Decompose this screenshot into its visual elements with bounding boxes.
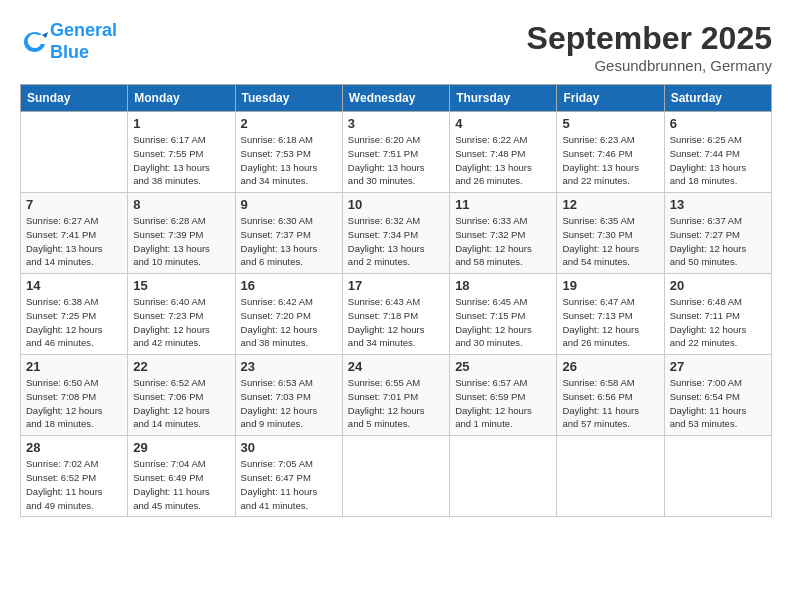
title-block: September 2025 Gesundbrunnen, Germany [527, 20, 772, 74]
day-number: 27 [670, 359, 766, 374]
day-info: Sunrise: 6:55 AM Sunset: 7:01 PM Dayligh… [348, 376, 444, 431]
week-row-2: 7Sunrise: 6:27 AM Sunset: 7:41 PM Daylig… [21, 193, 772, 274]
day-info: Sunrise: 6:18 AM Sunset: 7:53 PM Dayligh… [241, 133, 337, 188]
week-row-5: 28Sunrise: 7:02 AM Sunset: 6:52 PM Dayli… [21, 436, 772, 517]
week-row-1: 1Sunrise: 6:17 AM Sunset: 7:55 PM Daylig… [21, 112, 772, 193]
day-info: Sunrise: 6:25 AM Sunset: 7:44 PM Dayligh… [670, 133, 766, 188]
weekday-header-saturday: Saturday [664, 85, 771, 112]
calendar-cell: 30Sunrise: 7:05 AM Sunset: 6:47 PM Dayli… [235, 436, 342, 517]
day-info: Sunrise: 6:37 AM Sunset: 7:27 PM Dayligh… [670, 214, 766, 269]
day-number: 13 [670, 197, 766, 212]
day-info: Sunrise: 7:05 AM Sunset: 6:47 PM Dayligh… [241, 457, 337, 512]
page-header: General Blue September 2025 Gesundbrunne… [20, 20, 772, 74]
day-info: Sunrise: 6:47 AM Sunset: 7:13 PM Dayligh… [562, 295, 658, 350]
day-number: 28 [26, 440, 122, 455]
day-info: Sunrise: 6:42 AM Sunset: 7:20 PM Dayligh… [241, 295, 337, 350]
calendar-cell: 3Sunrise: 6:20 AM Sunset: 7:51 PM Daylig… [342, 112, 449, 193]
day-number: 15 [133, 278, 229, 293]
day-number: 7 [26, 197, 122, 212]
weekday-header-sunday: Sunday [21, 85, 128, 112]
day-number: 5 [562, 116, 658, 131]
day-number: 3 [348, 116, 444, 131]
day-info: Sunrise: 6:43 AM Sunset: 7:18 PM Dayligh… [348, 295, 444, 350]
day-info: Sunrise: 6:20 AM Sunset: 7:51 PM Dayligh… [348, 133, 444, 188]
calendar-cell: 27Sunrise: 7:00 AM Sunset: 6:54 PM Dayli… [664, 355, 771, 436]
day-number: 25 [455, 359, 551, 374]
calendar-cell: 24Sunrise: 6:55 AM Sunset: 7:01 PM Dayli… [342, 355, 449, 436]
day-number: 10 [348, 197, 444, 212]
weekday-header-friday: Friday [557, 85, 664, 112]
month-title: September 2025 [527, 20, 772, 57]
calendar-cell: 19Sunrise: 6:47 AM Sunset: 7:13 PM Dayli… [557, 274, 664, 355]
weekday-header-tuesday: Tuesday [235, 85, 342, 112]
day-info: Sunrise: 6:38 AM Sunset: 7:25 PM Dayligh… [26, 295, 122, 350]
day-number: 23 [241, 359, 337, 374]
day-info: Sunrise: 6:58 AM Sunset: 6:56 PM Dayligh… [562, 376, 658, 431]
calendar-cell [342, 436, 449, 517]
day-number: 8 [133, 197, 229, 212]
day-number: 17 [348, 278, 444, 293]
day-number: 11 [455, 197, 551, 212]
calendar-cell: 4Sunrise: 6:22 AM Sunset: 7:48 PM Daylig… [450, 112, 557, 193]
day-info: Sunrise: 6:17 AM Sunset: 7:55 PM Dayligh… [133, 133, 229, 188]
day-number: 30 [241, 440, 337, 455]
day-info: Sunrise: 6:52 AM Sunset: 7:06 PM Dayligh… [133, 376, 229, 431]
logo-text: General Blue [50, 20, 117, 63]
day-info: Sunrise: 6:48 AM Sunset: 7:11 PM Dayligh… [670, 295, 766, 350]
day-number: 2 [241, 116, 337, 131]
day-number: 24 [348, 359, 444, 374]
day-info: Sunrise: 6:28 AM Sunset: 7:39 PM Dayligh… [133, 214, 229, 269]
day-info: Sunrise: 6:50 AM Sunset: 7:08 PM Dayligh… [26, 376, 122, 431]
day-number: 18 [455, 278, 551, 293]
calendar-cell: 14Sunrise: 6:38 AM Sunset: 7:25 PM Dayli… [21, 274, 128, 355]
calendar-table: SundayMondayTuesdayWednesdayThursdayFrid… [20, 84, 772, 517]
day-info: Sunrise: 6:57 AM Sunset: 6:59 PM Dayligh… [455, 376, 551, 431]
day-number: 16 [241, 278, 337, 293]
weekday-header-row: SundayMondayTuesdayWednesdayThursdayFrid… [21, 85, 772, 112]
location: Gesundbrunnen, Germany [527, 57, 772, 74]
calendar-cell [450, 436, 557, 517]
calendar-cell: 18Sunrise: 6:45 AM Sunset: 7:15 PM Dayli… [450, 274, 557, 355]
day-number: 14 [26, 278, 122, 293]
calendar-cell: 21Sunrise: 6:50 AM Sunset: 7:08 PM Dayli… [21, 355, 128, 436]
day-number: 12 [562, 197, 658, 212]
calendar-cell: 8Sunrise: 6:28 AM Sunset: 7:39 PM Daylig… [128, 193, 235, 274]
calendar-cell: 28Sunrise: 7:02 AM Sunset: 6:52 PM Dayli… [21, 436, 128, 517]
day-number: 9 [241, 197, 337, 212]
day-number: 6 [670, 116, 766, 131]
calendar-cell: 5Sunrise: 6:23 AM Sunset: 7:46 PM Daylig… [557, 112, 664, 193]
weekday-header-monday: Monday [128, 85, 235, 112]
day-number: 1 [133, 116, 229, 131]
calendar-cell: 10Sunrise: 6:32 AM Sunset: 7:34 PM Dayli… [342, 193, 449, 274]
day-info: Sunrise: 6:33 AM Sunset: 7:32 PM Dayligh… [455, 214, 551, 269]
day-info: Sunrise: 6:23 AM Sunset: 7:46 PM Dayligh… [562, 133, 658, 188]
calendar-cell: 2Sunrise: 6:18 AM Sunset: 7:53 PM Daylig… [235, 112, 342, 193]
calendar-cell [557, 436, 664, 517]
calendar-cell: 25Sunrise: 6:57 AM Sunset: 6:59 PM Dayli… [450, 355, 557, 436]
day-info: Sunrise: 6:22 AM Sunset: 7:48 PM Dayligh… [455, 133, 551, 188]
calendar-cell: 13Sunrise: 6:37 AM Sunset: 7:27 PM Dayli… [664, 193, 771, 274]
day-number: 29 [133, 440, 229, 455]
calendar-cell: 7Sunrise: 6:27 AM Sunset: 7:41 PM Daylig… [21, 193, 128, 274]
calendar-cell: 1Sunrise: 6:17 AM Sunset: 7:55 PM Daylig… [128, 112, 235, 193]
day-number: 20 [670, 278, 766, 293]
calendar-cell: 9Sunrise: 6:30 AM Sunset: 7:37 PM Daylig… [235, 193, 342, 274]
week-row-3: 14Sunrise: 6:38 AM Sunset: 7:25 PM Dayli… [21, 274, 772, 355]
week-row-4: 21Sunrise: 6:50 AM Sunset: 7:08 PM Dayli… [21, 355, 772, 436]
day-info: Sunrise: 7:02 AM Sunset: 6:52 PM Dayligh… [26, 457, 122, 512]
day-info: Sunrise: 7:04 AM Sunset: 6:49 PM Dayligh… [133, 457, 229, 512]
day-info: Sunrise: 6:27 AM Sunset: 7:41 PM Dayligh… [26, 214, 122, 269]
day-number: 22 [133, 359, 229, 374]
day-number: 26 [562, 359, 658, 374]
calendar-cell: 26Sunrise: 6:58 AM Sunset: 6:56 PM Dayli… [557, 355, 664, 436]
day-info: Sunrise: 6:35 AM Sunset: 7:30 PM Dayligh… [562, 214, 658, 269]
day-info: Sunrise: 6:32 AM Sunset: 7:34 PM Dayligh… [348, 214, 444, 269]
day-info: Sunrise: 7:00 AM Sunset: 6:54 PM Dayligh… [670, 376, 766, 431]
calendar-cell: 11Sunrise: 6:33 AM Sunset: 7:32 PM Dayli… [450, 193, 557, 274]
calendar-cell: 17Sunrise: 6:43 AM Sunset: 7:18 PM Dayli… [342, 274, 449, 355]
calendar-cell: 20Sunrise: 6:48 AM Sunset: 7:11 PM Dayli… [664, 274, 771, 355]
calendar-cell: 29Sunrise: 7:04 AM Sunset: 6:49 PM Dayli… [128, 436, 235, 517]
day-number: 4 [455, 116, 551, 131]
calendar-cell: 22Sunrise: 6:52 AM Sunset: 7:06 PM Dayli… [128, 355, 235, 436]
weekday-header-wednesday: Wednesday [342, 85, 449, 112]
